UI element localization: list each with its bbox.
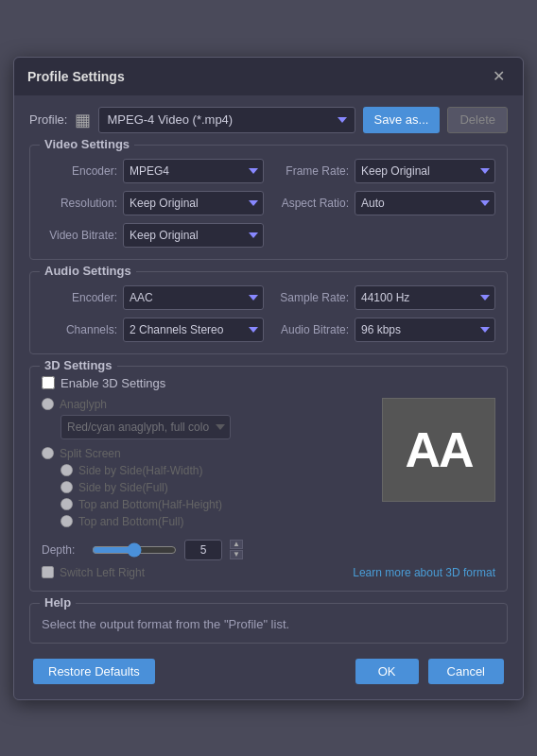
ok-button[interactable]: OK <box>355 659 419 684</box>
encoder-select[interactable]: MPEG4 <box>123 159 264 183</box>
side-by-side-half-label: Side by Side(Half-Width) <box>78 464 202 477</box>
video-bitrate-row: Video Bitrate: Keep Original <box>42 223 264 248</box>
split-screen-option: Split Screen <box>42 447 371 460</box>
3d-left-panel: Anaglyph Red/cyan anaglyph, full color S… <box>42 398 371 532</box>
depth-down-button[interactable]: ▼ <box>230 550 243 559</box>
audio-settings-grid: Encoder: AAC Sample Rate: 44100 Hz Chann… <box>42 285 495 342</box>
footer: Restore Defaults OK Cancel <box>29 659 508 684</box>
anaglyph-select-row: Red/cyan anaglyph, full color <box>61 415 371 439</box>
top-bottom-full-label: Top and Bottom(Full) <box>78 515 183 528</box>
top-bottom-full-radio[interactable] <box>61 515 73 527</box>
depth-row: Depth: ▲ ▼ <box>42 540 495 560</box>
profile-label: Profile: <box>29 112 67 127</box>
encoder-label: Encoder: <box>42 164 117 178</box>
resolution-row: Resolution: Keep Original <box>42 191 264 215</box>
close-button[interactable]: ✕ <box>488 67 510 86</box>
side-by-side-full-radio[interactable] <box>61 481 73 493</box>
sample-rate-row: Sample Rate: 44100 Hz <box>273 285 495 310</box>
video-bitrate-label: Video Bitrate: <box>42 229 117 242</box>
help-section: Help Select the output format from the "… <box>29 603 508 644</box>
preview-box: AA <box>382 398 495 502</box>
video-bitrate-select[interactable]: Keep Original <box>123 223 264 248</box>
learn-link[interactable]: Learn more about 3D format <box>353 566 495 579</box>
frame-rate-row: Frame Rate: Keep Original <box>273 159 495 183</box>
side-by-side-full-label: Side by Side(Full) <box>78 481 168 494</box>
aspect-ratio-row: Aspect Ratio: Auto <box>273 191 495 215</box>
save-as-button[interactable]: Save as... <box>363 107 441 133</box>
sample-rate-label: Sample Rate: <box>273 291 349 304</box>
resolution-label: Resolution: <box>42 197 117 210</box>
title-bar: Profile Settings ✕ <box>14 58 523 95</box>
depth-spinner: ▲ ▼ <box>230 540 243 559</box>
profile-select[interactable]: MPEG-4 Video (*.mp4) <box>98 107 355 133</box>
depth-input[interactable] <box>184 540 222 560</box>
delete-button[interactable]: Delete <box>447 107 508 133</box>
enable-3d-row: Enable 3D Settings <box>42 376 495 390</box>
dialog-title: Profile Settings <box>27 69 125 84</box>
anaglyph-label: Anaglyph <box>60 398 107 411</box>
audio-encoder-select[interactable]: AAC <box>123 285 264 310</box>
top-bottom-half-label: Top and Bottom(Half-Height) <box>78 498 222 511</box>
enable-3d-label: Enable 3D Settings <box>61 376 165 390</box>
side-by-side-full-option: Side by Side(Full) <box>61 481 371 494</box>
anaglyph-option: Anaglyph <box>42 398 371 411</box>
profile-row: Profile: ▦ MPEG-4 Video (*.mp4) Save as.… <box>29 107 508 133</box>
switch-lr-checkbox[interactable] <box>42 566 54 578</box>
depth-slider[interactable] <box>92 542 177 558</box>
top-bottom-full-option: Top and Bottom(Full) <box>61 515 371 528</box>
top-bottom-half-option: Top and Bottom(Half-Height) <box>61 498 371 511</box>
frame-rate-select[interactable]: Keep Original <box>355 159 495 183</box>
cancel-button[interactable]: Cancel <box>428 659 504 684</box>
channels-label: Channels: <box>42 323 117 336</box>
enable-3d-checkbox[interactable] <box>42 376 55 389</box>
video-settings-section: Video Settings Encoder: MPEG4 Frame Rate… <box>29 145 508 260</box>
sub-radio-group: Side by Side(Half-Width) Side by Side(Fu… <box>61 464 371 528</box>
audio-bitrate-label: Audio Bitrate: <box>273 323 349 336</box>
switch-row: Switch Left Right Learn more about 3D fo… <box>42 566 495 579</box>
switch-lr-label: Switch Left Right <box>60 566 145 579</box>
help-text: Select the output format from the "Profi… <box>42 617 495 631</box>
anaglyph-radio[interactable] <box>42 398 54 410</box>
anaglyph-select[interactable]: Red/cyan anaglyph, full color <box>61 415 231 439</box>
3d-body: Anaglyph Red/cyan anaglyph, full color S… <box>42 398 495 532</box>
help-title: Help <box>40 595 76 610</box>
video-settings-grid: Encoder: MPEG4 Frame Rate: Keep Original… <box>42 159 495 248</box>
audio-encoder-label: Encoder: <box>42 291 117 304</box>
preview-text: AA <box>405 421 472 478</box>
dialog: Profile Settings ✕ Profile: ▦ MPEG-4 Vid… <box>13 57 524 700</box>
dialog-content: Profile: ▦ MPEG-4 Video (*.mp4) Save as.… <box>14 95 523 699</box>
audio-settings-section: Audio Settings Encoder: AAC Sample Rate:… <box>29 271 508 354</box>
3d-settings-section: 3D Settings Enable 3D Settings Anaglyph … <box>29 366 508 592</box>
split-screen-radio[interactable] <box>42 447 54 459</box>
side-by-side-half-option: Side by Side(Half-Width) <box>61 464 371 477</box>
profile-icon: ▦ <box>75 110 91 130</box>
resolution-select[interactable]: Keep Original <box>123 191 264 215</box>
footer-right: OK Cancel <box>355 659 504 684</box>
channels-select[interactable]: 2 Channels Stereo <box>123 318 264 342</box>
aspect-ratio-label: Aspect Ratio: <box>273 197 349 210</box>
video-settings-title: Video Settings <box>40 137 134 151</box>
frame-rate-label: Frame Rate: <box>273 164 349 178</box>
split-screen-label: Split Screen <box>60 447 121 460</box>
channels-row: Channels: 2 Channels Stereo <box>42 318 264 342</box>
aspect-ratio-select[interactable]: Auto <box>355 191 495 215</box>
3d-settings-title: 3D Settings <box>40 358 117 372</box>
audio-bitrate-row: Audio Bitrate: 96 kbps <box>273 318 495 342</box>
depth-up-button[interactable]: ▲ <box>230 540 243 549</box>
restore-defaults-button[interactable]: Restore Defaults <box>33 659 155 684</box>
audio-bitrate-select[interactable]: 96 kbps <box>355 318 495 342</box>
depth-label: Depth: <box>42 543 84 557</box>
top-bottom-half-radio[interactable] <box>61 498 73 510</box>
switch-left: Switch Left Right <box>42 566 145 579</box>
encoder-row: Encoder: MPEG4 <box>42 159 264 183</box>
sample-rate-select[interactable]: 44100 Hz <box>355 285 495 310</box>
side-by-side-half-radio[interactable] <box>61 464 73 476</box>
audio-encoder-row: Encoder: AAC <box>42 285 264 310</box>
audio-settings-title: Audio Settings <box>40 264 136 278</box>
